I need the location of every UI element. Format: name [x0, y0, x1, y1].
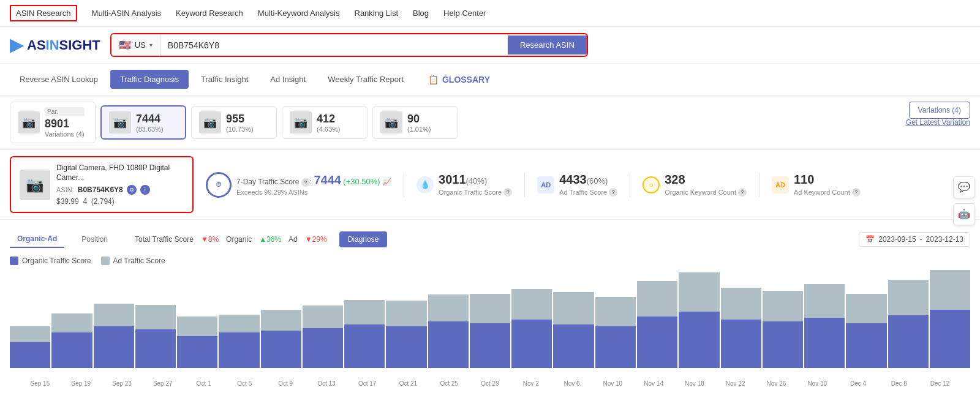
organic-bar	[930, 310, 970, 368]
bot-icon[interactable]: 🤖	[953, 203, 975, 225]
product-thumbnail-1: 📷	[18, 111, 40, 133]
traffic-score-label: 7-Day Traffic Score ?: 7444 (+30.50%) 📈	[236, 173, 391, 187]
ad-bar	[888, 280, 929, 315]
bar-group[interactable]	[51, 270, 92, 368]
organic-bar	[177, 336, 217, 369]
organic-bar	[804, 318, 845, 368]
ad-bar	[303, 305, 343, 328]
bar-group[interactable]	[261, 270, 301, 368]
x-axis-label: Oct 21	[388, 380, 429, 387]
organic-keyword-label: Organic Keyword Count ?	[665, 188, 747, 197]
legend-organic: Organic Traffic Score	[10, 257, 91, 265]
bar-group[interactable]	[888, 270, 929, 368]
bar-group[interactable]	[219, 270, 259, 368]
tab-position[interactable]: Position	[74, 231, 115, 247]
nav-asin-research[interactable]: ASIN Research	[10, 5, 77, 21]
tab-ad-insight[interactable]: Ad Insight	[260, 70, 315, 89]
traffic-score-help-icon[interactable]: ?	[301, 178, 310, 187]
nav-multi-keyword[interactable]: Multi-Keyword Analysis	[258, 9, 340, 18]
x-axis-label: Oct 13	[306, 380, 347, 387]
ad-keyword-value: 110	[794, 173, 861, 187]
bar-group[interactable]	[763, 270, 803, 368]
x-axis-label: Nov 10	[592, 380, 633, 387]
chat-icon[interactable]: 💬	[953, 176, 975, 198]
bar-group[interactable]	[303, 270, 343, 368]
ad-bar	[679, 272, 719, 311]
copy-icon[interactable]: ⧉	[127, 185, 137, 195]
date-start: 2023-09-15	[878, 235, 916, 244]
ad-bar	[94, 304, 134, 326]
x-axis-label: Nov 22	[715, 380, 756, 387]
organic-trend-label: Organic	[226, 235, 252, 244]
search-box: 🇺🇸 US ▾ Research ASIN	[110, 33, 588, 57]
organic-trend-change: ▲36%	[259, 235, 281, 244]
asin-input[interactable]	[160, 36, 508, 55]
bar-group[interactable]	[135, 270, 176, 368]
bar-group[interactable]	[595, 270, 636, 368]
ad-bar	[930, 270, 970, 310]
organic-bar	[10, 342, 50, 368]
tab-organic-ad[interactable]: Organic-Ad	[10, 231, 64, 248]
bar-group[interactable]	[553, 270, 594, 368]
card4-value: 412	[317, 113, 341, 126]
bar-group[interactable]	[94, 270, 134, 368]
nav-help-center[interactable]: Help Center	[443, 9, 486, 18]
x-axis-label: Oct 25	[429, 380, 470, 387]
ad-help-icon[interactable]: ?	[609, 188, 617, 197]
organic-traffic-icon: 💧	[417, 176, 434, 193]
ad-bar	[763, 291, 803, 322]
variation-card-1[interactable]: 📷 Par. 8901 Variations (4)	[10, 102, 96, 143]
traffic-summary: Total Traffic Score ▼8% Organic ▲36% Ad …	[135, 231, 387, 247]
research-asin-button[interactable]: Research ASIN	[508, 36, 587, 54]
bar-group[interactable]	[177, 270, 217, 368]
date-end: 2023-12-13	[926, 235, 963, 244]
variation-card-5[interactable]: 📷 90 (1.01%)	[372, 106, 458, 139]
bar-group[interactable]	[428, 270, 469, 368]
bar-group[interactable]	[930, 270, 970, 368]
get-latest-variation-link[interactable]: Get Latest Variation	[906, 118, 970, 127]
x-axis-label: Nov 30	[797, 380, 838, 387]
bar-group[interactable]	[10, 270, 50, 368]
organic-help-icon[interactable]: ?	[503, 188, 512, 197]
bar-group[interactable]	[470, 270, 510, 368]
tab-traffic-diagnosis[interactable]: Traffic Diagnosis	[110, 70, 189, 89]
nav-ranking-list[interactable]: Ranking List	[355, 9, 399, 18]
glossary-button[interactable]: 📋 GLOSSARY	[428, 75, 490, 84]
date-range-picker[interactable]: 📅 2023-09-15 - 2023-12-13	[859, 232, 970, 247]
product-card: 📷 Digital Camera, FHD 1080P Digital Came…	[10, 156, 194, 213]
organic-kw-help-icon[interactable]: ?	[738, 188, 747, 197]
bar-group[interactable]	[721, 270, 761, 368]
x-axis: Sep 15Sep 19Sep 23Sep 27Oct 1Oct 5Oct 9O…	[10, 380, 970, 387]
country-selector[interactable]: 🇺🇸 US ▾	[111, 34, 160, 56]
diagnose-button[interactable]: Diagnose	[339, 231, 388, 247]
nav-keyword-research[interactable]: Keyword Research	[176, 9, 243, 18]
product-thumbnail-3: 📷	[199, 111, 221, 133]
traffic-score-item: ⏱ 7-Day Traffic Score ?: 7444 (+30.50%) …	[206, 172, 391, 198]
legend-organic-label: Organic Traffic Score	[22, 257, 91, 265]
chart-icon[interactable]: 📈	[382, 178, 391, 186]
nav-blog[interactable]: Blog	[413, 9, 429, 18]
sidebar-actions: 💬 🤖	[948, 171, 980, 230]
bar-group[interactable]	[511, 270, 552, 368]
bar-group[interactable]	[637, 270, 677, 368]
variation-card-2[interactable]: 📷 7444 (83.63%)	[100, 105, 186, 140]
variation-card-4[interactable]: 📷 412 (4.63%)	[282, 106, 368, 139]
organic-bar	[553, 324, 594, 369]
bar-group[interactable]	[679, 270, 719, 368]
bar-group[interactable]	[804, 270, 845, 368]
ad-traffic-label: Ad Traffic Score ?	[559, 188, 617, 197]
bar-group[interactable]	[386, 270, 426, 368]
organic-bar	[595, 326, 636, 368]
tab-weekly-traffic[interactable]: Weekly Traffic Report	[318, 70, 413, 89]
variation-card-3[interactable]: 📷 955 (10.73%)	[191, 106, 277, 139]
info-icon[interactable]: i	[140, 185, 150, 195]
card5-label: (1.01%)	[407, 126, 431, 133]
bar-group[interactable]	[846, 270, 886, 368]
top-navigation: ASIN Research Multi-ASIN Analysis Keywor…	[0, 0, 980, 27]
nav-multi-asin[interactable]: Multi-ASIN Analysis	[92, 9, 161, 18]
ad-kw-help-icon[interactable]: ?	[852, 188, 861, 197]
tab-reverse-asin[interactable]: Reverse ASIN Lookup	[10, 70, 108, 89]
variations-button[interactable]: Variations (4)	[909, 102, 970, 119]
tab-traffic-insight[interactable]: Traffic Insight	[191, 70, 258, 89]
bar-group[interactable]	[344, 270, 385, 368]
